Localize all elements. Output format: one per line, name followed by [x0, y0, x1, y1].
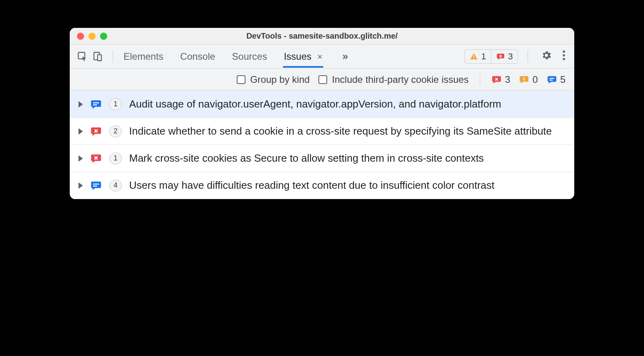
- error-chat-icon: [496, 52, 505, 61]
- issue-counters: 1 3: [464, 49, 518, 64]
- issue-row[interactable]: 2Indicate whether to send a cookie in a …: [70, 118, 574, 145]
- svg-rect-11: [549, 80, 553, 80]
- svg-rect-14: [93, 184, 99, 185]
- warning-count: 1: [481, 51, 486, 62]
- issue-count-badge: 1: [109, 98, 122, 110]
- devtools-window: DevTools - samesite-sandbox.glitch.me/ E…: [70, 28, 574, 199]
- issue-row[interactable]: 1Audit usage of navigator.userAgent, nav…: [70, 91, 574, 118]
- info-stat-count: 5: [560, 74, 565, 85]
- settings-button[interactable]: [538, 50, 555, 63]
- more-options-button[interactable]: [559, 50, 569, 63]
- tab-issues[interactable]: Issues ×: [283, 45, 323, 68]
- tab-console[interactable]: Console: [179, 45, 216, 68]
- issue-row[interactable]: 1Mark cross-site cookies as Secure to al…: [70, 145, 574, 172]
- error-count: 3: [508, 51, 513, 62]
- error-chat-icon: [491, 74, 502, 85]
- tabs-overflow-button[interactable]: »: [338, 50, 352, 63]
- svg-rect-2: [98, 55, 101, 61]
- tab-issues-label: Issues: [284, 51, 311, 62]
- issue-count-badge: 2: [109, 125, 122, 137]
- device-toolbar-icon[interactable]: [92, 51, 103, 62]
- svg-point-7: [563, 58, 565, 60]
- error-counter[interactable]: 3: [491, 50, 518, 63]
- include-third-party-checkbox[interactable]: Include third-party cookie issues: [318, 74, 469, 85]
- include-third-party-label: Include third-party cookie issues: [332, 74, 469, 85]
- issues-list: 1Audit usage of navigator.userAgent, nav…: [70, 91, 574, 199]
- disclosure-triangle-icon[interactable]: [79, 128, 83, 135]
- issue-row[interactable]: 4Users may have difficulties reading tex…: [70, 172, 574, 199]
- warning-stat-count: 0: [532, 74, 538, 85]
- disclosure-triangle-icon[interactable]: [79, 101, 83, 108]
- issue-count-badge: 1: [109, 153, 122, 164]
- tab-elements[interactable]: Elements: [123, 45, 164, 68]
- svg-rect-13: [93, 104, 97, 106]
- inspect-element-icon[interactable]: [77, 51, 88, 62]
- window-title: DevTools - samesite-sandbox.glitch.me/: [70, 31, 574, 41]
- info-chat-icon: [90, 180, 102, 192]
- warning-stat[interactable]: 0: [519, 74, 538, 85]
- tab-sources[interactable]: Sources: [231, 45, 268, 68]
- svg-point-5: [563, 50, 565, 53]
- divider: [528, 51, 528, 63]
- error-chat-icon: [90, 153, 102, 164]
- divider: [113, 51, 113, 63]
- checkbox-icon: [237, 75, 245, 84]
- tabbar: Elements Console Sources Issues × » 1 3: [70, 45, 574, 68]
- titlebar: DevTools - samesite-sandbox.glitch.me/: [70, 28, 574, 45]
- svg-rect-12: [93, 102, 99, 104]
- svg-rect-15: [93, 186, 97, 187]
- error-stat-count: 3: [505, 74, 510, 85]
- svg-rect-3: [473, 55, 474, 57]
- group-by-kind-label: Group by kind: [250, 74, 310, 85]
- info-chat-icon: [547, 74, 557, 85]
- maximize-window-button[interactable]: [100, 33, 107, 40]
- svg-rect-8: [524, 77, 524, 80]
- issue-count-badge: 4: [109, 180, 122, 192]
- info-stat[interactable]: 5: [547, 74, 565, 85]
- info-chat-icon: [90, 98, 102, 110]
- tabs: Elements Console Sources Issues × »: [123, 45, 352, 68]
- close-tab-icon[interactable]: ×: [317, 52, 322, 62]
- issue-title: Mark cross-site cookies as Secure to all…: [129, 151, 565, 165]
- error-stat[interactable]: 3: [491, 74, 510, 85]
- svg-rect-4: [473, 58, 474, 59]
- issue-title: Users may have difficulties reading text…: [129, 178, 565, 192]
- warning-icon: [469, 52, 478, 61]
- filter-bar: Group by kind Include third-party cookie…: [70, 68, 574, 91]
- warning-counter[interactable]: 1: [465, 50, 491, 63]
- issue-title: Audit usage of navigator.userAgent, navi…: [129, 97, 565, 111]
- disclosure-triangle-icon[interactable]: [79, 155, 83, 162]
- svg-point-6: [563, 54, 565, 57]
- disclosure-triangle-icon[interactable]: [79, 182, 83, 189]
- svg-rect-9: [524, 81, 524, 82]
- checkbox-icon: [318, 75, 327, 84]
- traffic-lights: [70, 33, 107, 40]
- divider: [480, 74, 480, 86]
- close-window-button[interactable]: [77, 33, 84, 40]
- issue-title: Indicate whether to send a cookie in a c…: [129, 124, 565, 138]
- group-by-kind-checkbox[interactable]: Group by kind: [237, 74, 310, 85]
- minimize-window-button[interactable]: [88, 33, 96, 40]
- svg-rect-10: [549, 78, 554, 78]
- warning-chat-icon: [519, 74, 529, 85]
- error-chat-icon: [90, 125, 102, 137]
